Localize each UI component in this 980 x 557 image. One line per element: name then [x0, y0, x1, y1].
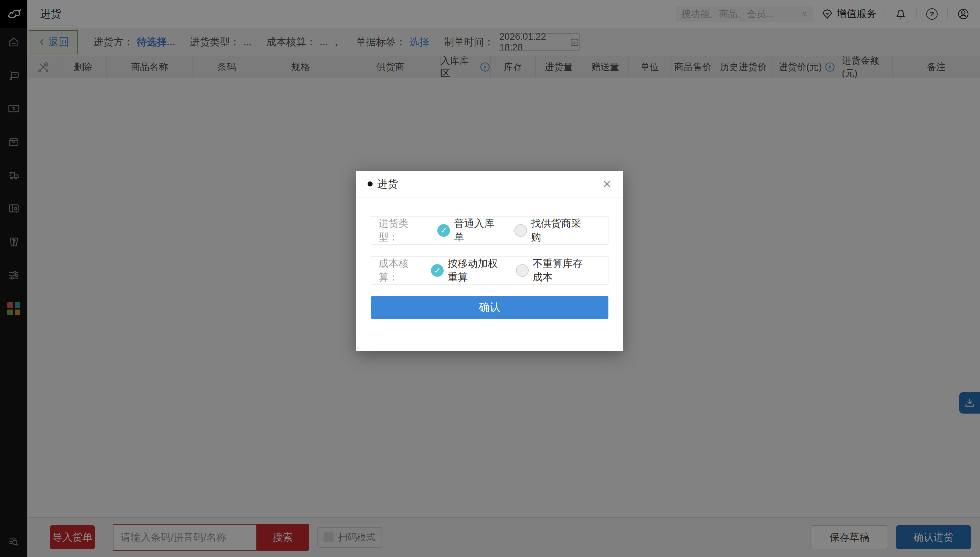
- option-moving-weighted[interactable]: 按移动加权重算: [431, 257, 501, 284]
- option-find-supplier[interactable]: 找供货商采购: [514, 217, 586, 244]
- purchase-page: 进货 增值服务: [0, 0, 980, 557]
- purchase-type-row: 进货类型： 普通入库单 找供货商采购: [371, 216, 609, 245]
- purchase-type-label: 进货类型：: [379, 217, 425, 244]
- option-moving-weighted-label: 按移动加权重算: [448, 257, 501, 284]
- purchase-settings-modal: 进货 ✕ 进货类型： 普通入库单 找供货商采购 成本核算： 按移动加权重算: [356, 171, 623, 351]
- cost-method-label: 成本核算：: [379, 257, 419, 284]
- cost-method-row: 成本核算： 按移动加权重算 不重算库存成本: [371, 256, 609, 285]
- radio-unchecked-icon[interactable]: [516, 264, 529, 277]
- radio-checked-icon[interactable]: [437, 224, 450, 237]
- option-no-recalc-label: 不重算库存成本: [533, 257, 586, 284]
- radio-unchecked-icon[interactable]: [514, 224, 527, 237]
- modal-confirm-button[interactable]: 确认: [371, 296, 609, 319]
- option-no-recalc[interactable]: 不重算库存成本: [516, 257, 586, 284]
- radio-checked-icon[interactable]: [431, 264, 444, 277]
- modal-title: 进货: [377, 177, 398, 191]
- option-find-supplier-label: 找供货商采购: [531, 217, 586, 244]
- modal-body: 进货类型： 普通入库单 找供货商采购 成本核算： 按移动加权重算: [356, 197, 623, 319]
- option-normal-inbound[interactable]: 普通入库单: [437, 217, 500, 244]
- bullet-icon: [368, 181, 373, 186]
- modal-header: 进货 ✕: [356, 171, 623, 197]
- close-icon[interactable]: ✕: [602, 178, 612, 190]
- option-normal-inbound-label: 普通入库单: [454, 217, 500, 244]
